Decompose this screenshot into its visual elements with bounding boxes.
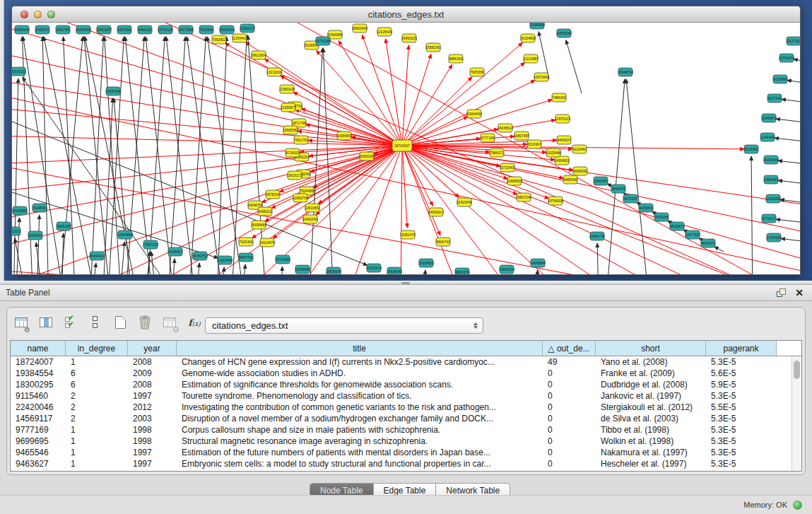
network-edge[interactable]	[782, 99, 800, 104]
network-node[interactable]: 21581028	[279, 85, 295, 93]
network-node[interactable]: 10908456	[295, 265, 310, 274]
network-node[interactable]: 10807487	[514, 132, 529, 140]
network-node[interactable]: 16154808	[520, 34, 536, 42]
network-edge[interactable]	[261, 146, 402, 202]
network-edge[interactable]	[539, 32, 549, 79]
network-node[interactable]: 9161023	[12, 227, 20, 235]
network-node[interactable]: 16855342	[14, 25, 30, 34]
network-node[interactable]: 9806743	[436, 238, 450, 246]
network-node[interactable]: 9600970	[701, 239, 715, 247]
network-node[interactable]: 18612604	[251, 51, 266, 59]
network-node[interactable]: 16961625	[401, 34, 417, 42]
network-node[interactable]: 17957223	[143, 240, 158, 249]
network-node[interactable]: 18316672	[669, 222, 685, 230]
network-node[interactable]: 6262942	[28, 231, 42, 240]
network-node[interactable]: 22420046	[457, 198, 472, 206]
network-node[interactable]: 12213987	[523, 54, 539, 63]
network-edge[interactable]	[12, 164, 800, 274]
network-node[interactable]: 18724007	[392, 140, 412, 151]
table-row[interactable]: 1456911722003Disruption of a novel membe…	[11, 413, 801, 424]
network-node[interactable]: 14569117	[428, 208, 444, 216]
network-edge[interactable]	[187, 37, 224, 274]
network-node[interactable]: 12604858	[117, 230, 133, 239]
network-node[interactable]: 9465546	[563, 175, 577, 184]
table-settings-icon[interactable]: ⚙	[13, 314, 30, 331]
network-node[interactable]: 15723188	[315, 37, 331, 45]
zoom-window-button[interactable]	[47, 11, 55, 18]
unselect-columns-icon[interactable]	[87, 314, 104, 331]
network-node[interactable]: 16014479	[259, 238, 275, 247]
network-node[interactable]: 20876082	[556, 29, 572, 37]
network-edge[interactable]	[36, 243, 43, 274]
network-node[interactable]: 7485063	[552, 93, 566, 102]
network-node[interactable]: 20691406	[76, 25, 91, 34]
column-header-out-degree-sorted[interactable]: △ out_de...	[543, 341, 596, 356]
network-node[interactable]: 15716485	[275, 255, 290, 264]
network-node[interactable]: 18807249	[516, 193, 531, 201]
network-node[interactable]: 11262107	[240, 24, 255, 33]
network-node[interactable]: 11923448	[217, 256, 233, 264]
network-edge[interactable]	[151, 252, 157, 274]
network-node[interactable]: 7663822	[212, 35, 226, 44]
network-node[interactable]: 16210643	[763, 156, 779, 164]
network-node[interactable]: 10719135	[158, 25, 173, 34]
network-node[interactable]: 9129966	[773, 75, 787, 83]
network-node[interactable]: 16461564	[302, 215, 318, 223]
minimize-window-button[interactable]	[34, 11, 42, 18]
network-node[interactable]: 14638445	[387, 267, 402, 274]
column-header-pagerank[interactable]: pagerank	[706, 341, 777, 356]
network-node[interactable]: 20531003	[12, 67, 26, 76]
network-node[interactable]: 8216967	[527, 140, 541, 148]
network-node[interactable]: 8215953	[744, 145, 758, 153]
network-node[interactable]: 10653257	[96, 25, 112, 34]
network-node[interactable]: 15298951	[32, 204, 47, 212]
network-node[interactable]: 1640954	[594, 177, 608, 185]
network-node[interactable]: 16099489	[251, 221, 266, 229]
select-all-columns-icon[interactable]: ✔✔	[62, 314, 79, 331]
memory-indicator[interactable]	[793, 501, 802, 510]
network-node[interactable]: 19033284	[219, 25, 235, 34]
network-node[interactable]: 10688609	[507, 177, 522, 185]
vertical-scrollbar[interactable]	[792, 356, 801, 471]
network-node[interactable]: 7515526	[199, 25, 213, 34]
table-row[interactable]: 1830029562008Estimation of significance …	[11, 379, 801, 390]
network-node[interactable]: 12975123	[555, 115, 570, 123]
network-node[interactable]: 1244419	[760, 133, 775, 141]
network-node[interactable]: 9806374	[455, 268, 469, 274]
network-edge[interactable]	[566, 40, 582, 93]
network-node[interactable]: 18300295	[359, 152, 375, 160]
network-node[interactable]: 15582361	[425, 43, 441, 52]
network-canvas[interactable]: 1872400712254419186126041321160421581028…	[12, 23, 800, 274]
network-edge[interactable]	[714, 247, 724, 252]
network-edge[interactable]	[59, 37, 83, 274]
close-panel-icon[interactable]: ✕	[795, 288, 804, 298]
network-edge[interactable]	[196, 263, 199, 274]
network-node[interactable]: 12477932	[685, 230, 700, 239]
column-header-year[interactable]: year	[128, 341, 177, 356]
network-node[interactable]: 12610651	[305, 204, 320, 212]
network-node[interactable]: 19565382	[283, 126, 298, 134]
network-node[interactable]: 1527602	[117, 25, 131, 34]
network-node[interactable]: 15351475	[400, 230, 416, 239]
network-node[interactable]: 10973493	[534, 73, 549, 81]
network-edge[interactable]	[42, 37, 49, 274]
network-node[interactable]: 5878334	[266, 190, 280, 199]
network-node[interactable]: 5905195	[57, 222, 71, 230]
network-node[interactable]: 8726929	[286, 148, 300, 157]
network-node[interactable]: 15616172	[287, 171, 302, 180]
table-row[interactable]: 946362711997Embryonic stem cells: a mode…	[11, 458, 801, 469]
network-edge[interactable]	[402, 146, 800, 235]
network-node[interactable]: 10846154	[499, 265, 514, 274]
network-node[interactable]: 19756928	[548, 197, 563, 205]
network-node[interactable]: 10532615	[366, 264, 382, 272]
scrollbar-thumb[interactable]	[794, 361, 800, 379]
network-node[interactable]: 11127333	[786, 37, 800, 45]
network-node[interactable]: 12481736	[589, 232, 605, 240]
network-node[interactable]: 7986372	[490, 148, 504, 157]
network-node[interactable]: 6466162	[138, 25, 152, 34]
network-edge[interactable]	[401, 146, 402, 274]
network-edge[interactable]	[307, 146, 402, 194]
network-edge[interactable]	[12, 270, 800, 274]
network-node[interactable]: 7625402	[239, 238, 253, 246]
network-node[interactable]: 19875064	[326, 267, 341, 274]
